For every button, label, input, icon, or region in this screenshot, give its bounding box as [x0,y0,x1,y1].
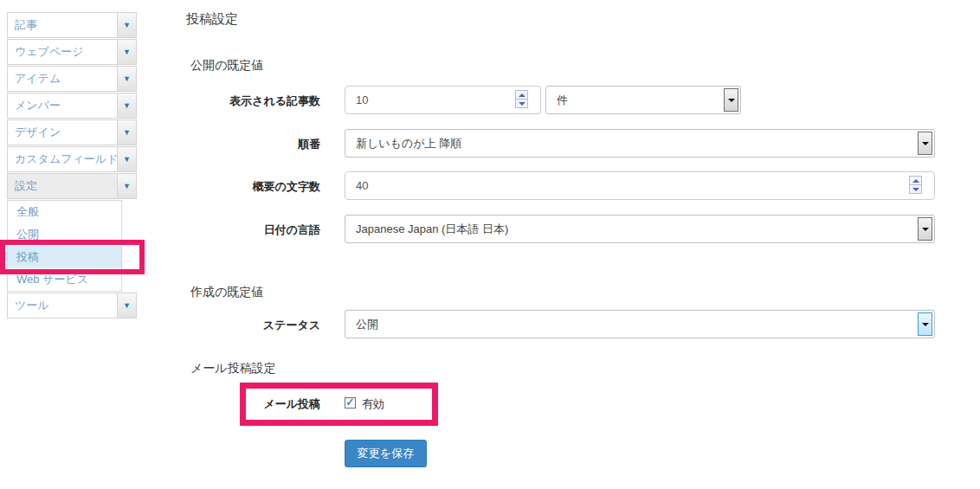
number-stepper[interactable] [515,90,528,109]
selected-value: 件 [546,87,719,113]
field-label-status: ステータス [186,318,320,333]
dropdown-arrow-icon[interactable] [724,88,738,112]
sidebar-item-label: アイテム [8,67,117,91]
save-button[interactable]: 変更を保存 [345,440,427,467]
dropdown-arrow-icon[interactable] [918,312,932,336]
sidebar-item-design[interactable]: デザイン ▼ [7,119,137,145]
chevron-down-icon[interactable]: ▼ [117,93,136,118]
sidebar-item-label: 記事 [8,13,117,37]
sidebar-item-custom-fields[interactable]: カスタムフィールド ▼ [7,146,137,172]
selected-value: Japanese Japan (日本語 日本) [345,216,913,242]
checkmark-icon: ✓ [345,396,355,409]
field-label-entries-per-page: 表示される記事数 [186,93,320,109]
chevron-down-icon[interactable]: ▼ [117,13,136,37]
section-heading-mail-settings: メール投稿設定 [190,361,276,376]
sidebar-item-label: デザイン [8,120,117,145]
section-heading-compose-defaults: 作成の既定値 [190,285,263,300]
sidebar-item-label: 設定 [8,174,117,198]
excerpt-length-input[interactable] [345,171,935,200]
stepper-down-icon[interactable] [515,99,528,108]
selected-value: 公開 [345,311,913,338]
chevron-down-icon[interactable]: ▼ [117,147,136,171]
entries-unit-select[interactable]: 件 [545,86,741,114]
sidebar-item-webpages[interactable]: ウェブページ ▼ [7,39,137,65]
chevron-down-icon[interactable]: ▼ [117,174,136,198]
date-language-select[interactable]: Japanese Japan (日本語 日本) [345,215,935,243]
dropdown-arrow-icon[interactable] [918,217,932,241]
sidebar-item-compose[interactable]: 投稿 [8,246,121,268]
chevron-down-icon[interactable]: ▼ [117,293,136,318]
field-label-mail-post: メール投稿 [186,396,320,412]
field-label-order: 順番 [186,137,320,152]
chevron-down-icon[interactable]: ▼ [117,120,136,145]
selected-value: 新しいものが上 降順 [345,130,913,157]
status-select[interactable]: 公開 [345,310,935,338]
chevron-down-icon[interactable]: ▼ [117,40,136,64]
sidebar-item-assets[interactable]: アイテム ▼ [7,66,137,92]
post-settings-page: 記事 ▼ ウェブページ ▼ アイテム ▼ メンバー ▼ デザイン ▼ カスタムフ… [0,0,980,489]
number-stepper[interactable] [909,176,922,195]
sidebar-item-label: メンバー [8,93,117,118]
sidebar-item-label: ツール [8,293,117,318]
page-title: 投稿設定 [186,11,238,28]
sidebar-item-members[interactable]: メンバー ▼ [7,93,137,119]
sidebar-item-general[interactable]: 全般 [8,201,121,223]
section-heading-publish-defaults: 公開の既定値 [190,58,263,74]
settings-submenu: 全般 公開 投稿 Web サービス [7,200,122,292]
sidebar-item-entries[interactable]: 記事 ▼ [7,12,137,38]
mail-post-checkbox[interactable]: ✓ [345,397,356,409]
sidebar: 記事 ▼ ウェブページ ▼ アイテム ▼ メンバー ▼ デザイン ▼ カスタムフ… [7,12,137,319]
stepper-down-icon[interactable] [909,184,922,194]
sidebar-item-settings[interactable]: 設定 ▼ [7,173,137,199]
sidebar-item-publishing[interactable]: 公開 [8,223,121,246]
sidebar-item-label: カスタムフィールド [8,147,117,171]
chevron-down-icon[interactable]: ▼ [117,67,136,91]
dropdown-arrow-icon[interactable] [918,132,932,155]
sidebar-item-web-services[interactable]: Web サービス [8,268,121,291]
checkbox-label: 有効 [362,396,384,412]
field-label-date-language: 日付の言語 [186,222,320,238]
sidebar-item-label: ウェブページ [8,40,117,64]
entries-per-page-input[interactable] [345,86,541,114]
field-label-excerpt-length: 概要の文字数 [186,179,320,195]
order-select[interactable]: 新しいものが上 降順 [345,129,935,158]
sidebar-item-tools[interactable]: ツール ▼ [7,293,137,318]
